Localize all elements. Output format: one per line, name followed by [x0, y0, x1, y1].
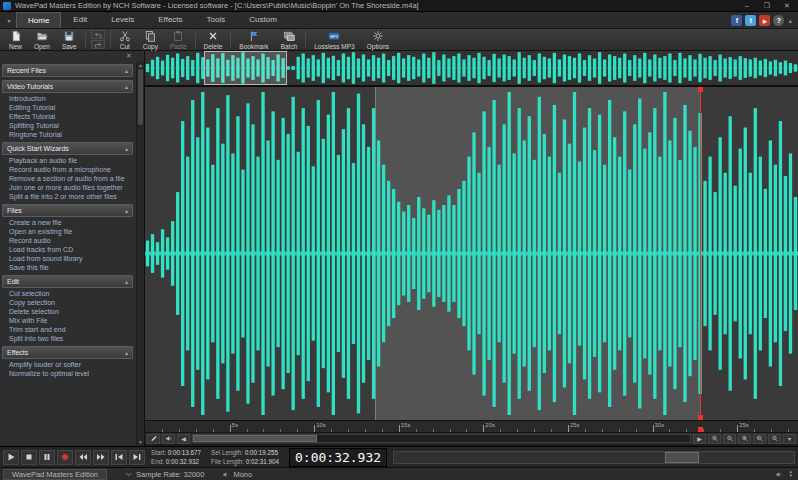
- undo-button[interactable]: [91, 30, 105, 39]
- facebook-icon[interactable]: f: [731, 15, 742, 26]
- scroll-down-icon[interactable]: ▼: [137, 438, 144, 446]
- scrollbar-thumb[interactable]: [138, 69, 143, 125]
- sidebar-section-effects[interactable]: Effects▴: [2, 346, 133, 359]
- ribbon-pin-icon[interactable]: ▴: [788, 17, 792, 25]
- seek-bar[interactable]: [393, 451, 795, 464]
- maximize-button[interactable]: ❒: [759, 1, 775, 11]
- go-to-start-button[interactable]: [111, 450, 127, 465]
- zoom-out-icon[interactable]: [723, 434, 736, 444]
- main-waveform[interactable]: [145, 87, 798, 420]
- sidebar-item[interactable]: Splitting Tutorial: [0, 121, 136, 130]
- sidebar-item[interactable]: Copy selection: [0, 298, 136, 307]
- save-disk-icon: [63, 30, 75, 42]
- tab-effects[interactable]: Effects: [146, 11, 194, 28]
- overview-selection-box[interactable]: [204, 51, 287, 85]
- edit-pencil-icon[interactable]: [147, 434, 160, 444]
- go-to-end-button[interactable]: [129, 450, 145, 465]
- sidebar-item[interactable]: Ringtone Tutorial: [0, 130, 136, 139]
- horizontal-scrollbar[interactable]: [192, 434, 691, 443]
- redo-button[interactable]: [91, 40, 105, 49]
- tab-edit[interactable]: Edit: [61, 11, 99, 28]
- sidebar-section-quick-start-wizards[interactable]: Quick Start Wizards▴: [2, 142, 133, 155]
- save-button[interactable]: Save: [56, 29, 83, 50]
- sidebar-item[interactable]: Record audio: [0, 236, 136, 245]
- sidebar-item[interactable]: Open an existing file: [0, 227, 136, 236]
- sidebar-item[interactable]: Record audio from a microphone: [0, 165, 136, 174]
- zoom-selection-icon[interactable]: [738, 434, 751, 444]
- tab-home[interactable]: Home: [16, 12, 61, 28]
- menubar: ▾ Home Edit Levels Effects Tools Custom …: [0, 12, 798, 29]
- timeline-ruler[interactable]: 5s10s15s20s25s30s35s: [145, 420, 798, 432]
- record-button[interactable]: [57, 450, 73, 465]
- sidebar-item[interactable]: Playback an audio file: [0, 156, 136, 165]
- sidebar-item[interactable]: Cut selection: [0, 289, 136, 298]
- tab-levels[interactable]: Levels: [99, 11, 146, 28]
- sidebar-item[interactable]: Split a file into 2 or more other files: [0, 192, 136, 201]
- tab-tools[interactable]: Tools: [195, 11, 238, 28]
- sidebar-item[interactable]: Remove a section of audio from a file: [0, 174, 136, 183]
- sidebar-item[interactable]: Effects Tutorial: [0, 112, 136, 121]
- help-icon[interactable]: ?: [773, 15, 784, 26]
- zoom-vertical-icon[interactable]: [768, 434, 781, 444]
- menu-launcher-icon[interactable]: ▾: [2, 14, 16, 27]
- speaker-icon[interactable]: [162, 434, 175, 444]
- options-button[interactable]: Options: [361, 29, 395, 50]
- sidebar-section-recent-files[interactable]: Recent Files▴: [2, 64, 133, 77]
- pause-button[interactable]: [39, 450, 55, 465]
- stop-button[interactable]: [21, 450, 37, 465]
- overview-waveform[interactable]: [145, 51, 798, 87]
- seek-handle[interactable]: [665, 452, 699, 463]
- chevron-icon: ▴: [125, 349, 128, 356]
- open-button[interactable]: Open: [28, 29, 56, 50]
- bookmark-button[interactable]: Bookmark: [233, 29, 274, 50]
- zoom-in-icon[interactable]: [708, 434, 721, 444]
- cut-button[interactable]: Cut: [113, 29, 137, 50]
- copy-button[interactable]: Copy: [137, 29, 164, 50]
- scissors-icon: [119, 30, 131, 42]
- play-button[interactable]: [3, 450, 19, 465]
- sidebar-item[interactable]: Save this file: [0, 263, 136, 272]
- sidebar-section-video-tutorials[interactable]: Video Tutorials▴: [2, 80, 133, 93]
- sidebar-item[interactable]: Introduction: [0, 94, 136, 103]
- sidebar-item[interactable]: Load tracks from CD: [0, 245, 136, 254]
- sidebar-item[interactable]: Split into two files: [0, 334, 136, 343]
- sidebar-item[interactable]: Mix with File: [0, 316, 136, 325]
- youtube-icon[interactable]: ▶: [759, 15, 770, 26]
- scroll-right-icon[interactable]: ▶: [693, 434, 706, 444]
- new-button[interactable]: New: [3, 29, 28, 50]
- playback-cursor[interactable]: [700, 87, 701, 420]
- sidebar-item[interactable]: Normalize to optimal level: [0, 369, 136, 378]
- tab-custom[interactable]: Custom: [237, 11, 289, 28]
- gear-icon: [372, 30, 384, 42]
- toolbar: New Open Save Cut Copy Paste Delete Book…: [0, 29, 798, 51]
- sidebar-scrollbar[interactable]: ▲ ▼: [136, 61, 144, 446]
- minimize-button[interactable]: –: [739, 1, 755, 11]
- twitter-icon[interactable]: t: [745, 15, 756, 26]
- hscroll-thumb[interactable]: [193, 435, 317, 442]
- waveform-panel: 5s10s15s20s25s30s35s ◀ ▶ ▾: [145, 51, 798, 446]
- close-button[interactable]: ✕: [779, 1, 795, 11]
- fast-forward-button[interactable]: [93, 450, 109, 465]
- status-resize-arrows[interactable]: ▲▼: [789, 470, 793, 479]
- delete-button[interactable]: Delete: [198, 29, 229, 50]
- batch-button[interactable]: Batch: [275, 29, 304, 50]
- sidebar-item[interactable]: Trim start and end: [0, 325, 136, 334]
- scroll-left-icon[interactable]: ◀: [177, 434, 190, 444]
- lossless-mp3-button[interactable]: MP3 Lossless MP3: [308, 29, 360, 50]
- sidebar-section-edit[interactable]: Edit▴: [2, 275, 133, 288]
- sidebar-section-files[interactable]: Files▴: [2, 204, 133, 217]
- sidebar-item[interactable]: Editing Tutorial: [0, 103, 136, 112]
- volume-icon[interactable]: [775, 471, 783, 478]
- sidebar-item[interactable]: Create a new file: [0, 218, 136, 227]
- scroll-up-icon[interactable]: ▲: [137, 61, 144, 69]
- zoom-full-icon[interactable]: [753, 434, 766, 444]
- rewind-button[interactable]: [75, 450, 91, 465]
- sidebar-item[interactable]: Load from sound library: [0, 254, 136, 263]
- chevron-icon: ▴: [125, 278, 128, 285]
- sidebar-close-icon[interactable]: ✕: [124, 52, 134, 60]
- paste-button[interactable]: Paste: [164, 29, 193, 50]
- sidebar-item[interactable]: Delete selection: [0, 307, 136, 316]
- sidebar-item[interactable]: Amplify louder or softer: [0, 360, 136, 369]
- sidebar-item[interactable]: Join one or more audio files together: [0, 183, 136, 192]
- panel-collapse-icon[interactable]: ▾: [783, 434, 796, 444]
